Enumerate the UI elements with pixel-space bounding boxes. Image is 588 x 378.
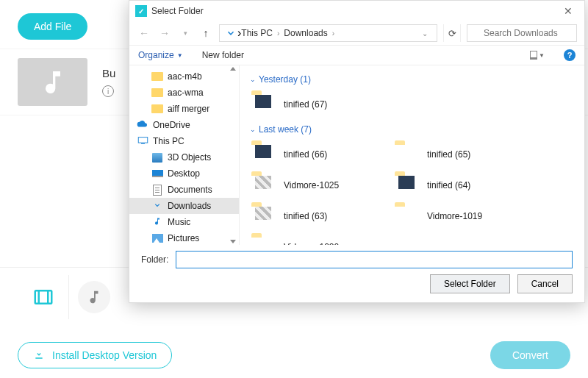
tree-item-pictures[interactable]: Pictures: [129, 230, 239, 245]
tree-item-downloads[interactable]: Downloads: [129, 198, 239, 214]
video-mode-icon[interactable]: [18, 275, 69, 319]
breadcrumb-separator: ›: [277, 29, 279, 38]
group-header[interactable]: ⌄Yesterday (1): [248, 70, 576, 89]
install-label: Install Desktop Version: [52, 349, 157, 361]
group-header[interactable]: ⌄Last week (7): [248, 120, 576, 139]
folder-item[interactable]: tinified (67): [248, 89, 392, 120]
add-file-button[interactable]: Add File: [18, 13, 87, 40]
tree-item-this-pc[interactable]: This PC: [129, 133, 239, 149]
help-icon[interactable]: ?: [564, 49, 576, 61]
install-desktop-button[interactable]: Install Desktop Version: [18, 342, 172, 368]
folder-name-input[interactable]: [176, 251, 573, 268]
convert-button[interactable]: Convert: [490, 341, 570, 369]
svg-rect-3: [138, 137, 148, 143]
tree-item-onedrive[interactable]: OneDrive: [129, 117, 239, 133]
folder-list[interactable]: ⌄Yesterday (1)tinified (67)⌄Last week (7…: [240, 65, 584, 245]
nav-recent-icon[interactable]: ▾: [178, 26, 193, 40]
folder-item[interactable]: tinified (66): [248, 139, 392, 170]
path-dropdown-icon[interactable]: ⌄: [422, 29, 432, 38]
folder-field-label: Folder:: [141, 254, 168, 265]
breadcrumb-this-pc[interactable]: This PC: [241, 28, 273, 38]
file-name: Bu: [102, 67, 115, 79]
music-note-icon: [38, 68, 68, 97]
refresh-icon[interactable]: ⟳: [443, 24, 461, 42]
select-folder-dialog: ✓ Select Folder ✕ ← → ▾ ↑ › This PC›Down…: [129, 0, 585, 303]
folder-item[interactable]: tinified (64): [392, 170, 535, 201]
search-input[interactable]: [467, 24, 577, 42]
folder-item[interactable]: tinified (63): [248, 201, 392, 232]
cancel-button[interactable]: Cancel: [517, 274, 573, 293]
downloads-path-icon: [224, 26, 237, 40]
organize-menu[interactable]: Organize▼: [138, 50, 183, 60]
download-icon: [33, 349, 45, 361]
tree-item-aac-m4b[interactable]: aac-m4b: [129, 68, 239, 85]
view-options-icon[interactable]: ▼: [530, 50, 545, 60]
address-bar[interactable]: › This PC›Downloads› ⌄: [219, 24, 437, 42]
select-folder-button[interactable]: Select Folder: [430, 274, 510, 293]
tree-item-3d-objects[interactable]: 3D Objects: [129, 149, 239, 165]
svg-rect-0: [35, 290, 51, 304]
folder-item[interactable]: tinified (65): [392, 139, 535, 170]
dialog-title: Select Folder: [151, 6, 204, 16]
breadcrumb-separator: ›: [332, 29, 334, 38]
tree-item-aiff-merger[interactable]: aiff merger: [129, 101, 239, 117]
nav-up-icon[interactable]: ↑: [198, 26, 213, 40]
breadcrumb-downloads[interactable]: Downloads: [284, 28, 327, 38]
info-icon[interactable]: i: [102, 85, 114, 97]
tree-item-aac-wma[interactable]: aac-wma: [129, 85, 239, 101]
new-folder-button[interactable]: New folder: [202, 50, 244, 60]
close-icon[interactable]: ✕: [558, 4, 578, 18]
audio-mode-icon[interactable]: [78, 281, 110, 313]
folder-item[interactable]: Vidmore-1019: [392, 201, 535, 232]
nav-forward-icon[interactable]: →: [157, 26, 172, 40]
dialog-titlebar: ✓ Select Folder ✕: [129, 1, 584, 21]
nav-back-icon[interactable]: ←: [137, 26, 151, 40]
app-icon: ✓: [135, 5, 147, 17]
tree-item-documents[interactable]: Documents: [129, 182, 239, 198]
folder-tree[interactable]: aac-m4baac-wmaaiff mergerOneDriveThis PC…: [129, 65, 240, 245]
tree-item-desktop[interactable]: Desktop: [129, 165, 239, 182]
folder-item[interactable]: Vidmore-1020: [248, 232, 392, 245]
tree-item-music[interactable]: Music: [129, 214, 239, 230]
audio-thumbnail: [18, 58, 87, 106]
folder-item[interactable]: Vidmore-1025: [248, 170, 392, 201]
